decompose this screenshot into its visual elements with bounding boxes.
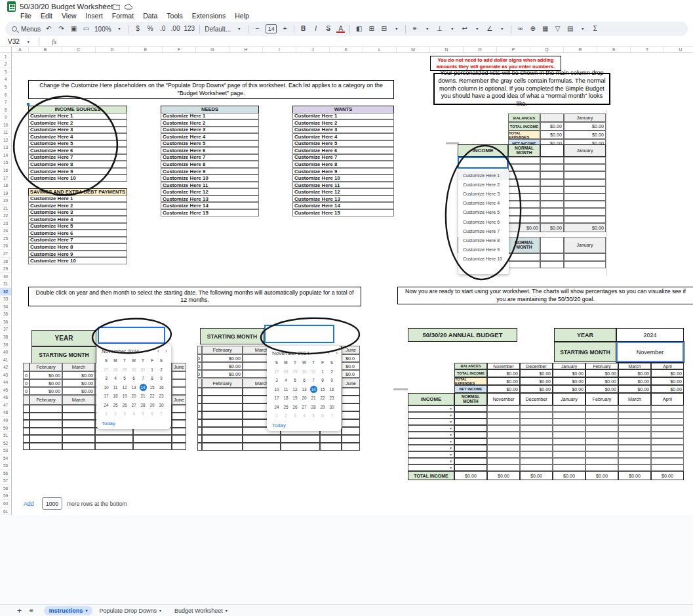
normal-month-cell[interactable] bbox=[454, 405, 487, 412]
grid-cell[interactable] bbox=[508, 171, 540, 178]
list-item-wants[interactable]: Customize Here 6 bbox=[292, 147, 394, 154]
row-header-31[interactable]: 31 bbox=[0, 280, 11, 288]
add-rows-count-input[interactable]: 1000 bbox=[42, 497, 62, 510]
grid-cell[interactable] bbox=[508, 194, 540, 201]
list-item-needs[interactable]: Customize Here 9 bbox=[161, 168, 259, 175]
row-header-40[interactable]: 40 bbox=[0, 348, 11, 356]
income-category-dropdown[interactable]: ▾ bbox=[408, 419, 454, 425]
month-value-cell[interactable] bbox=[651, 425, 684, 432]
calendar-day[interactable]: 21 bbox=[309, 394, 318, 403]
grid-cell[interactable] bbox=[508, 201, 540, 208]
month-value-cell[interactable] bbox=[585, 445, 618, 451]
row-header-46[interactable]: 46 bbox=[0, 394, 11, 402]
row-header-45[interactable]: 45 bbox=[0, 386, 11, 394]
calendar-day[interactable]: 8 bbox=[318, 376, 327, 385]
grid-cell[interactable] bbox=[564, 164, 606, 171]
prev-month-icon[interactable]: ‹ bbox=[328, 350, 330, 356]
month-value-cell[interactable] bbox=[651, 412, 684, 419]
today-button[interactable]: Today bbox=[102, 421, 167, 426]
calendar-day[interactable]: 29 bbox=[318, 403, 327, 412]
dropdown-item[interactable]: Customize Here 1 bbox=[458, 171, 509, 180]
month-value-cell[interactable] bbox=[618, 425, 651, 432]
menu-insert[interactable]: Insert bbox=[81, 11, 108, 20]
row-header-57[interactable]: 57 bbox=[0, 478, 11, 485]
calendar-day[interactable]: 24 bbox=[102, 401, 111, 410]
calendar-day[interactable]: 11 bbox=[111, 383, 120, 392]
list-item-wants[interactable]: Customize Here 12 bbox=[292, 188, 394, 195]
list-item-wants[interactable]: Customize Here 5 bbox=[292, 140, 394, 148]
row-header-32[interactable]: 32 bbox=[0, 288, 11, 296]
align-dropdown-icon[interactable]: ▾ bbox=[423, 27, 431, 31]
add-rows-button[interactable]: Add bbox=[24, 501, 34, 507]
empty-cell[interactable] bbox=[320, 435, 342, 443]
month-value-cell[interactable] bbox=[618, 419, 651, 425]
next-month-icon[interactable]: › bbox=[165, 348, 167, 354]
normal-month-cell[interactable] bbox=[454, 458, 487, 464]
menu-view[interactable]: View bbox=[57, 11, 81, 20]
normal-month-cell[interactable] bbox=[454, 432, 487, 438]
calendar-day[interactable]: 28 bbox=[281, 367, 290, 377]
row-header-36[interactable]: 36 bbox=[0, 318, 11, 326]
empty-cell[interactable] bbox=[197, 403, 202, 411]
column-header-J[interactable]: J bbox=[296, 47, 330, 52]
calendar-day[interactable]: 7 bbox=[327, 411, 336, 421]
row-header-52[interactable]: 52 bbox=[0, 440, 11, 447]
rotation-dropdown-icon[interactable]: ▾ bbox=[498, 27, 506, 31]
calendar-day[interactable]: 30 bbox=[129, 365, 138, 375]
month-value-cell[interactable] bbox=[618, 405, 651, 412]
grid-cell[interactable] bbox=[564, 194, 606, 201]
month-value-cell[interactable] bbox=[553, 464, 585, 471]
calendar-day[interactable]: 21 bbox=[138, 392, 148, 401]
list-item-income_sources[interactable]: Customize Here 5 bbox=[28, 140, 127, 148]
name-box[interactable]: V32 ▾ bbox=[0, 38, 38, 45]
list-item-wants[interactable]: Customize Here 13 bbox=[292, 195, 394, 203]
normal-month-cell[interactable] bbox=[454, 412, 487, 419]
column-header-H[interactable]: H bbox=[229, 47, 263, 52]
list-item-income_sources[interactable]: Customize Here 10 bbox=[28, 175, 127, 182]
calendar-day[interactable]: 19 bbox=[290, 394, 300, 403]
list-item-savings[interactable]: Customize Here 3 bbox=[28, 209, 127, 216]
grid-cell[interactable] bbox=[508, 216, 540, 223]
list-item-needs[interactable]: Customize Here 4 bbox=[161, 133, 259, 140]
month-value-cell[interactable] bbox=[553, 451, 585, 458]
column-header-O[interactable]: O bbox=[464, 47, 497, 52]
calendar-day[interactable]: 13 bbox=[129, 383, 138, 392]
row-header-8[interactable]: 8 bbox=[0, 106, 11, 114]
empty-cell[interactable] bbox=[172, 428, 186, 436]
row-header-44[interactable]: 44 bbox=[0, 379, 11, 387]
wrap-dropdown-icon[interactable]: ▾ bbox=[473, 27, 481, 31]
list-item-wants[interactable]: Customize Here 9 bbox=[292, 168, 394, 175]
empty-cell[interactable] bbox=[172, 443, 186, 451]
row-header-41[interactable]: 41 bbox=[0, 356, 11, 364]
calendar-day[interactable]: 18 bbox=[281, 394, 290, 403]
empty-cell[interactable] bbox=[23, 420, 30, 428]
month-value-cell[interactable] bbox=[618, 412, 651, 419]
calendar-day[interactable]: 6 bbox=[129, 374, 138, 383]
tab-instructions[interactable]: Instructions▾ bbox=[44, 606, 93, 615]
month-value-cell[interactable] bbox=[520, 438, 553, 445]
list-item-income_sources[interactable]: Customize Here 8 bbox=[28, 161, 127, 168]
income-category-dropdown[interactable]: ▾ bbox=[408, 451, 454, 458]
empty-cell[interactable] bbox=[133, 435, 172, 443]
row-header-37[interactable]: 37 bbox=[0, 326, 11, 334]
row-header-2[interactable]: 2 bbox=[0, 61, 11, 69]
calendar-day[interactable]: 13 bbox=[300, 385, 309, 394]
year-value[interactable]: 2024 bbox=[616, 328, 684, 342]
calendar-day[interactable]: 9 bbox=[327, 376, 336, 385]
month-value-cell[interactable] bbox=[520, 432, 553, 438]
list-item-savings[interactable]: Customize Here 9 bbox=[28, 251, 127, 258]
calendar-day[interactable]: 26 bbox=[120, 401, 129, 410]
calendar-day[interactable]: 6 bbox=[148, 409, 157, 419]
tab-menu-icon[interactable]: ▾ bbox=[226, 608, 228, 613]
dropdown-item[interactable]: Customize Here 10 bbox=[458, 255, 509, 264]
print-icon[interactable]: ▣ bbox=[69, 26, 78, 32]
list-item-needs[interactable]: Customize Here 2 bbox=[161, 119, 259, 127]
zoom-control[interactable]: 100% bbox=[94, 26, 111, 33]
grid-cell[interactable] bbox=[540, 253, 564, 261]
calendar-day[interactable]: 28 bbox=[309, 403, 318, 412]
grid-cell[interactable] bbox=[508, 179, 540, 186]
calendar-day[interactable]: 20 bbox=[129, 392, 138, 401]
percent-format-icon[interactable]: % bbox=[146, 26, 155, 32]
row-header-34[interactable]: 34 bbox=[0, 303, 11, 311]
calendar-day[interactable]: 28 bbox=[111, 365, 120, 375]
